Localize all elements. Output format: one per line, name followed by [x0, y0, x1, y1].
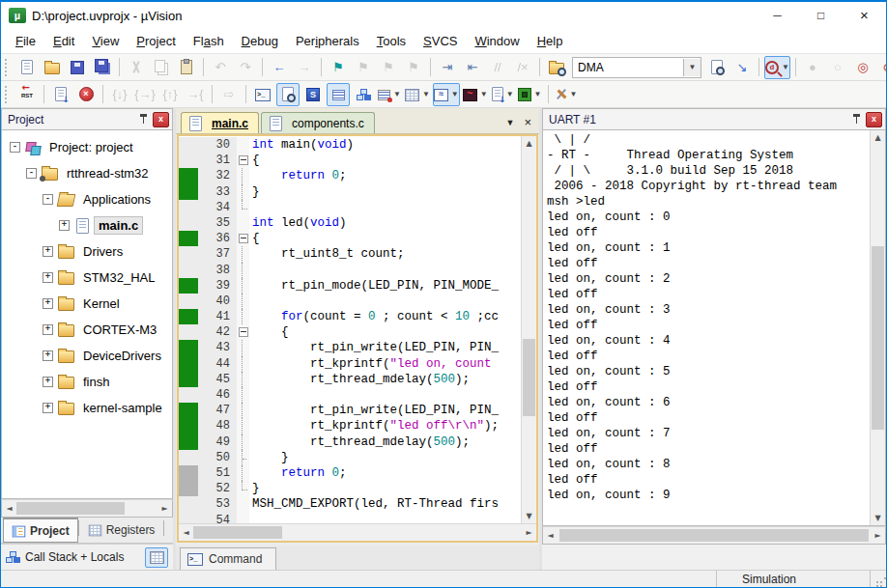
tree-expander-icon[interactable]: + — [43, 246, 53, 257]
scroll-thumb[interactable] — [872, 246, 884, 430]
debug-toolbox-button[interactable]: ▼ — [554, 83, 579, 106]
fold-column[interactable] — [237, 324, 249, 340]
callstack-window-button[interactable] — [352, 83, 375, 106]
symbol-window-button[interactable] — [301, 83, 325, 106]
close-button[interactable]: × — [843, 2, 886, 29]
call-stack-bar[interactable]: Call Stack + Locals — [1, 544, 173, 570]
bookmark-clear-button[interactable]: ⚑ — [402, 56, 425, 79]
system-viewer-button[interactable]: ▼ — [517, 83, 543, 106]
uart-console[interactable]: \ | /- RT - Thread Operating System / | … — [543, 130, 870, 525]
tree-item-cortex-m3[interactable]: +CORTEX-M3 — [2, 317, 172, 343]
tree-expander-icon[interactable]: + — [59, 220, 70, 231]
tree-expander-icon[interactable]: + — [43, 298, 53, 309]
tab-components-c[interactable]: components.c — [261, 112, 375, 133]
scroll-right-icon[interactable]: ► — [522, 525, 536, 540]
tree-expander-icon[interactable]: + — [43, 272, 53, 283]
scroll-thumb[interactable] — [16, 502, 125, 515]
indent-button[interactable]: ⇥ — [436, 56, 459, 79]
analysis-windows-button[interactable]: ▼ — [462, 83, 489, 106]
navigate-forward-button[interactable]: → — [293, 56, 316, 79]
tree-item-applications[interactable]: -Applications — [2, 186, 172, 212]
tab-registers[interactable]: Registers — [79, 518, 164, 542]
uncomment-selection-button[interactable]: /× — [511, 56, 534, 79]
memory-windows-button[interactable]: ▼ — [404, 83, 431, 106]
bookmark-toggle-button[interactable]: ⚑ — [327, 56, 350, 79]
tree-item-finsh[interactable]: +finsh — [2, 369, 172, 395]
paste-button[interactable] — [175, 56, 198, 79]
scroll-thumb[interactable] — [559, 529, 869, 542]
bookmark-next-button[interactable]: ⚑ — [352, 56, 375, 79]
command-tab[interactable]: Command — [180, 547, 276, 570]
editor-vscrollbar[interactable]: ▲ ▼ — [521, 136, 536, 523]
tree-item-kernel[interactable]: +Kernel — [2, 291, 172, 317]
save-button[interactable] — [66, 56, 89, 79]
menu-item-view[interactable]: View — [83, 30, 128, 53]
dropdown-arrow-icon[interactable]: ▼ — [506, 90, 514, 98]
dropdown-arrow-icon[interactable]: ▼ — [393, 90, 401, 98]
step-over-button[interactable]: {→} — [133, 83, 157, 106]
dropdown-arrow-icon[interactable]: ▼ — [480, 90, 488, 98]
tab-project[interactable]: Project — [3, 518, 78, 543]
tab-close-icon[interactable]: × — [524, 115, 531, 129]
redo-button[interactable]: ↷ — [234, 56, 257, 79]
command-window-button[interactable] — [251, 83, 274, 106]
tree-expander-icon[interactable]: + — [43, 377, 53, 387]
run-button[interactable]: ⇨ — [217, 83, 241, 106]
find-in-files-button[interactable] — [545, 56, 568, 79]
tree-expander-icon[interactable]: - — [26, 168, 37, 179]
minimize-button[interactable]: ─ — [756, 2, 799, 29]
dropdown-arrow-icon[interactable]: ▼ — [570, 90, 578, 98]
resize-grip[interactable] — [871, 574, 884, 585]
fold-box-icon[interactable] — [239, 234, 248, 243]
tab-list-dropdown-icon[interactable]: ▼ — [505, 118, 514, 127]
watch-windows-button[interactable]: ▼ — [377, 83, 402, 106]
comment-selection-button[interactable]: // — [486, 56, 509, 79]
tree-expander-icon[interactable]: - — [43, 194, 53, 205]
menu-item-svcs[interactable]: SVCS — [415, 30, 466, 53]
insert-breakpoint-button[interactable]: ● — [801, 56, 824, 79]
menu-item-window[interactable]: Window — [466, 30, 528, 53]
close-panel-button[interactable]: x — [866, 112, 882, 127]
step-into-button[interactable]: {↓} — [108, 83, 131, 106]
menu-item-flash[interactable]: Flash — [185, 30, 233, 53]
memory-window-button[interactable] — [145, 547, 168, 568]
registers-window-button[interactable] — [327, 83, 350, 106]
project-tree[interactable]: -Project: project-rtthread-stm32-Applica… — [1, 130, 173, 499]
toolbar-grip[interactable] — [5, 59, 11, 76]
scroll-left-icon[interactable]: ◄ — [2, 501, 16, 516]
tree-item-rtthread-stm32[interactable]: -rtthread-stm32 — [2, 160, 172, 186]
disassembly-window-button[interactable] — [276, 83, 300, 106]
toolbar-grip[interactable] — [5, 86, 11, 103]
show-next-statement-button[interactable] — [49, 83, 72, 106]
fold-column[interactable] — [237, 153, 249, 168]
project-hscrollbar[interactable]: ◄ ► — [1, 499, 173, 518]
kill-all-breakpoints-button[interactable]: ⊗ — [876, 56, 887, 79]
cut-button[interactable] — [125, 56, 148, 79]
dropdown-arrow-icon[interactable]: ▼ — [782, 63, 789, 71]
fold-box-icon[interactable] — [239, 155, 248, 165]
combo-dropdown-icon[interactable]: ▼ — [683, 59, 701, 76]
scroll-down-icon[interactable]: ▼ — [522, 509, 536, 523]
bookmark-prev-button[interactable]: ⚑ — [377, 56, 400, 79]
dropdown-arrow-icon[interactable]: ▼ — [422, 90, 430, 98]
copy-button[interactable] — [150, 56, 173, 79]
scroll-left-icon[interactable]: ◄ — [179, 525, 193, 540]
tree-expander-icon[interactable]: + — [43, 350, 53, 361]
scroll-left-icon[interactable]: ◄ — [543, 528, 558, 543]
editor-hscrollbar[interactable]: ◄ ► — [179, 523, 536, 541]
search-combo[interactable]: DMA▼ — [572, 57, 701, 78]
fold-box-icon[interactable] — [239, 327, 248, 337]
find-button[interactable]: ▼ — [764, 56, 790, 79]
tree-expander-icon[interactable]: - — [10, 142, 20, 153]
tree-item-drivers[interactable]: +Drivers — [2, 238, 172, 265]
menu-item-project[interactable]: Project — [128, 30, 184, 53]
menu-item-peripherals[interactable]: Peripherals — [287, 30, 368, 53]
uart-hscrollbar[interactable]: ◄ ► — [542, 526, 886, 545]
scroll-up-icon[interactable]: ▲ — [522, 136, 536, 151]
serial-windows-button[interactable]: ▼ — [433, 83, 460, 106]
pin-icon[interactable] — [138, 113, 149, 126]
undo-button[interactable]: ↶ — [209, 56, 232, 79]
run-to-cursor-button[interactable]: →{ — [184, 83, 207, 106]
stop-debug-button[interactable] — [74, 83, 98, 106]
fold-column[interactable] — [237, 231, 249, 246]
